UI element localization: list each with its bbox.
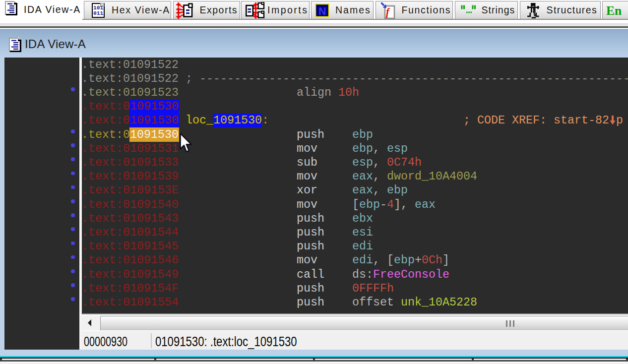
svg-text:011: 011	[93, 10, 103, 16]
svg-text:N: N	[318, 5, 326, 17]
svg-text:En: En	[606, 4, 622, 18]
